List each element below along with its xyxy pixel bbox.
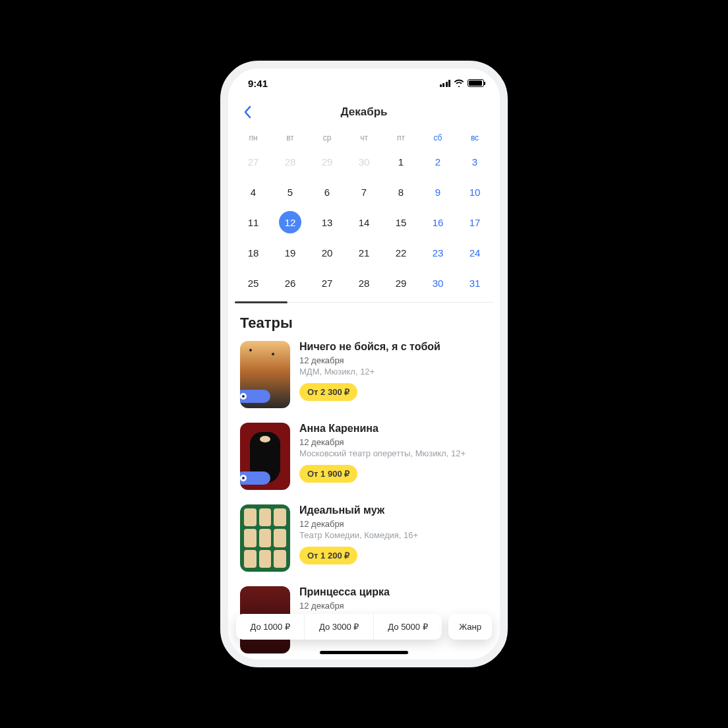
calendar-day[interactable]: 1 <box>382 146 419 177</box>
section-title: Театры <box>240 315 488 332</box>
event-date: 12 декабря <box>299 437 488 447</box>
event-meta: МДМ, Мюзикл, 12+ <box>299 367 488 377</box>
event-meta: Московский театр оперетты, Мюзикл, 12+ <box>299 448 488 458</box>
event-item[interactable]: Анна Каренина12 декабряМосковский театр … <box>240 423 488 490</box>
calendar-day[interactable]: 15 <box>382 207 419 237</box>
calendar-day[interactable]: 23 <box>419 237 456 268</box>
calendar-day[interactable]: 8 <box>382 177 419 207</box>
calendar-day[interactable]: 28 <box>272 146 309 177</box>
calendar-day[interactable]: 30 <box>419 268 456 298</box>
back-button[interactable] <box>237 102 257 122</box>
calendar-day[interactable]: 28 <box>346 268 382 298</box>
price-filter-group: До 1000 ₽ До 3000 ₽ До 5000 ₽ <box>236 614 442 640</box>
calendar-day[interactable]: 13 <box>309 207 346 237</box>
dow-label: ср <box>309 133 346 142</box>
calendar-day[interactable]: 20 <box>309 237 346 268</box>
content: Театры Ничего не бойся, я с тобой12 дека… <box>228 303 500 659</box>
event-price-badge[interactable]: От 2 300 ₽ <box>299 383 357 401</box>
event-title: Анна Каренина <box>299 423 488 435</box>
calendar-day[interactable]: 26 <box>272 268 309 298</box>
dow-label: пт <box>382 133 419 142</box>
filter-bar: До 1000 ₽ До 3000 ₽ До 5000 ₽ Жанр <box>236 614 492 640</box>
calendar-dow-row: пнвтсрчтптсбвс <box>235 129 493 146</box>
calendar-day[interactable]: 22 <box>382 237 419 268</box>
event-thumbnail <box>240 341 290 408</box>
event-thumbnail <box>240 423 290 490</box>
battery-icon <box>468 79 484 87</box>
calendar-day[interactable]: 25 <box>235 268 272 298</box>
event-thumbnail <box>240 504 290 572</box>
pushkin-card-badge <box>240 471 270 485</box>
status-bar: 9:41 <box>228 69 500 98</box>
dow-label: сб <box>419 133 456 142</box>
cellular-signal-icon <box>440 80 451 87</box>
calendar-day[interactable]: 7 <box>346 177 382 207</box>
home-indicator[interactable] <box>320 651 408 654</box>
event-meta: Театр Комедии, Комедия, 16+ <box>299 530 488 540</box>
calendar-day[interactable]: 19 <box>272 237 309 268</box>
calendar-day[interactable]: 27 <box>309 268 346 298</box>
status-time: 9:41 <box>248 78 268 89</box>
event-title: Принцесса цирка <box>299 586 488 598</box>
calendar: пнвтсрчтптсбвс 2728293012345678910111213… <box>228 127 500 298</box>
calendar-day[interactable]: 5 <box>272 177 309 207</box>
screen: 9:41 Декабрь пнвтсрчтптсбвс 272829301234… <box>228 69 500 659</box>
status-icons <box>440 79 485 87</box>
event-item[interactable]: Ничего не бойся, я с тобой12 декабряМДМ,… <box>240 341 488 408</box>
calendar-day[interactable]: 29 <box>309 146 346 177</box>
pushkin-card-badge <box>240 390 270 403</box>
filter-genre[interactable]: Жанр <box>448 614 492 640</box>
calendar-day[interactable]: 4 <box>235 177 272 207</box>
calendar-day[interactable]: 17 <box>456 207 493 237</box>
calendar-day[interactable]: 10 <box>456 177 493 207</box>
chevron-left-icon <box>243 106 251 119</box>
calendar-day[interactable]: 9 <box>419 177 456 207</box>
calendar-grid: 2728293012345678910111213141516171819202… <box>235 146 493 298</box>
dow-label: вт <box>272 133 309 142</box>
event-title: Ничего не бойся, я с тобой <box>299 341 488 353</box>
events-list: Ничего не бойся, я с тобой12 декабряМДМ,… <box>240 341 488 653</box>
event-item[interactable]: Идеальный муж12 декабряТеатр Комедии, Ко… <box>240 504 488 572</box>
event-title: Идеальный муж <box>299 504 488 516</box>
calendar-day[interactable]: 24 <box>456 237 493 268</box>
calendar-day[interactable]: 27 <box>235 146 272 177</box>
dow-label: чт <box>346 133 382 142</box>
filter-price-1000[interactable]: До 1000 ₽ <box>236 614 305 640</box>
calendar-day[interactable]: 16 <box>419 207 456 237</box>
event-info: Анна Каренина12 декабряМосковский театр … <box>299 423 488 490</box>
filter-price-3000[interactable]: До 3000 ₽ <box>305 614 373 640</box>
calendar-day[interactable]: 29 <box>382 268 419 298</box>
dow-label: пн <box>235 133 272 142</box>
event-info: Ничего не бойся, я с тобой12 декабряМДМ,… <box>299 341 488 408</box>
calendar-day[interactable]: 31 <box>456 268 493 298</box>
page-title: Декабрь <box>340 106 387 119</box>
calendar-day[interactable]: 18 <box>235 237 272 268</box>
header: Декабрь <box>228 98 500 127</box>
calendar-day[interactable]: 30 <box>346 146 382 177</box>
calendar-day[interactable]: 6 <box>309 177 346 207</box>
filter-price-5000[interactable]: До 5000 ₽ <box>374 614 442 640</box>
calendar-day[interactable]: 3 <box>456 146 493 177</box>
event-price-badge[interactable]: От 1 900 ₽ <box>299 465 357 483</box>
event-date: 12 декабря <box>299 601 488 611</box>
event-date: 12 декабря <box>299 519 488 529</box>
wifi-icon <box>454 79 464 87</box>
calendar-day[interactable]: 21 <box>346 237 382 268</box>
phone-frame: 9:41 Декабрь пнвтсрчтптсбвс 272829301234… <box>220 61 508 667</box>
event-info: Идеальный муж12 декабряТеатр Комедии, Ко… <box>299 504 488 572</box>
event-date: 12 декабря <box>299 355 488 365</box>
calendar-day[interactable]: 11 <box>235 207 272 237</box>
calendar-day[interactable]: 12 <box>272 207 309 237</box>
calendar-day[interactable]: 2 <box>419 146 456 177</box>
dow-label: вс <box>456 133 493 142</box>
calendar-day[interactable]: 14 <box>346 207 382 237</box>
event-price-badge[interactable]: От 1 200 ₽ <box>299 547 357 564</box>
